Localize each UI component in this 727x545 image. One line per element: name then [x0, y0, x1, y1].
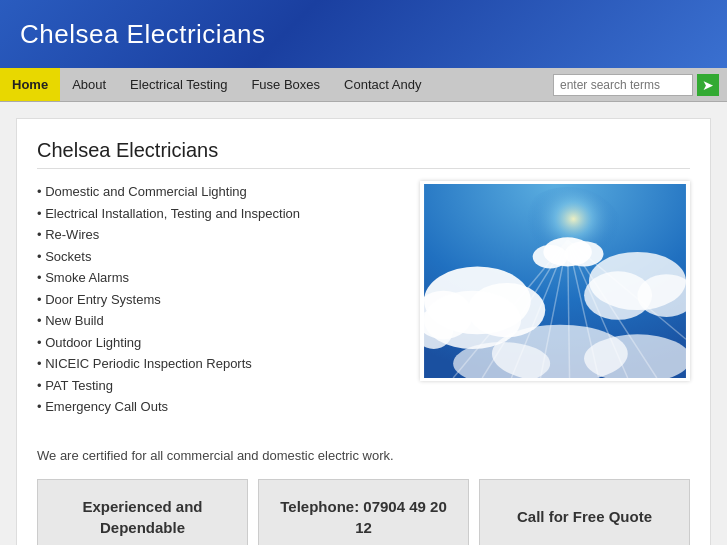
info-box-experienced-text: Experienced and Dependable — [52, 496, 233, 538]
content-title: Chelsea Electricians — [37, 139, 690, 169]
main-area: Chelsea Electricians Domestic and Commer… — [0, 102, 727, 545]
nav-item-contact-andy[interactable]: Contact Andy — [332, 68, 433, 101]
info-boxes: Experienced and Dependable Telephone: 07… — [37, 479, 690, 546]
site-title: Chelsea Electricians — [20, 19, 266, 50]
nav-item-fuse-boxes[interactable]: Fuse Boxes — [239, 68, 332, 101]
info-box-experienced: Experienced and Dependable — [37, 479, 248, 546]
info-box-telephone-text: Telephone: 07904 49 20 12 — [273, 496, 454, 538]
service-item: Emergency Call Outs — [37, 396, 400, 418]
service-item: New Build — [37, 310, 400, 332]
nav-item-about[interactable]: About — [60, 68, 118, 101]
service-item: NICEIC Periodic Inspection Reports — [37, 353, 400, 375]
search-input[interactable] — [553, 74, 693, 96]
info-box-telephone: Telephone: 07904 49 20 12 — [258, 479, 469, 546]
service-item: Outdoor Lighting — [37, 332, 400, 354]
nav-links: Home About Electrical Testing Fuse Boxes… — [0, 68, 553, 101]
search-area: ➤ — [553, 74, 719, 96]
svg-point-18 — [584, 271, 652, 320]
service-item: Re-Wires — [37, 224, 400, 246]
svg-point-20 — [533, 245, 568, 268]
info-box-quote-text: Call for Free Quote — [517, 506, 652, 527]
nav-item-home[interactable]: Home — [0, 68, 60, 101]
site-header: Chelsea Electricians — [0, 0, 727, 68]
certified-text: We are certified for all commercial and … — [37, 448, 690, 463]
service-item: Domestic and Commercial Lighting — [37, 181, 400, 203]
content-left: Domestic and Commercial LightingElectric… — [37, 181, 400, 432]
nav-bar: Home About Electrical Testing Fuse Boxes… — [0, 68, 727, 102]
content-body: Domestic and Commercial LightingElectric… — [37, 181, 690, 432]
content-box: Chelsea Electricians Domestic and Commer… — [16, 118, 711, 545]
service-item: Smoke Alarms — [37, 267, 400, 289]
info-box-quote: Call for Free Quote — [479, 479, 690, 546]
search-go-button[interactable]: ➤ — [697, 74, 719, 96]
content-right — [420, 181, 690, 432]
services-list: Domestic and Commercial LightingElectric… — [37, 181, 400, 418]
service-item: Electrical Installation, Testing and Ins… — [37, 203, 400, 225]
nav-item-electrical-testing[interactable]: Electrical Testing — [118, 68, 239, 101]
search-arrow-icon: ➤ — [702, 77, 714, 93]
service-item: PAT Testing — [37, 375, 400, 397]
svg-point-21 — [565, 241, 604, 266]
sky-image — [420, 181, 690, 381]
service-item: Sockets — [37, 246, 400, 268]
service-item: Door Entry Systems — [37, 289, 400, 311]
